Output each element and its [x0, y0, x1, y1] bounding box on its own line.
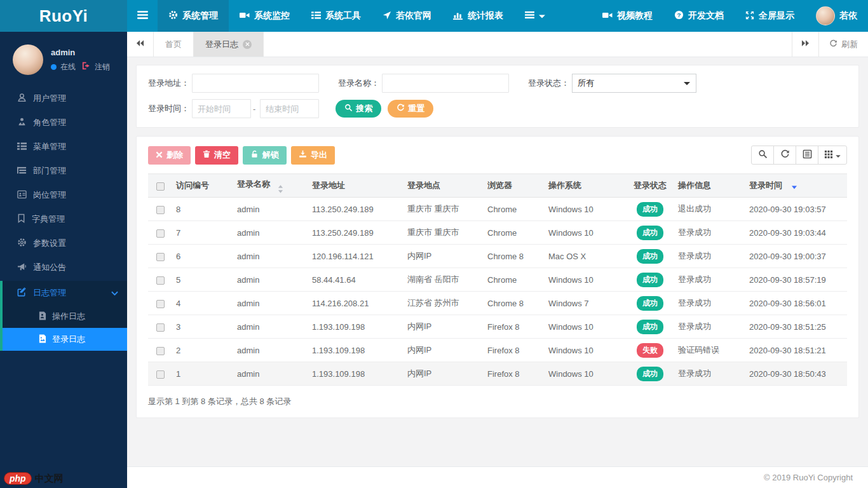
- sidebar-item-login-log[interactable]: 登录日志: [3, 328, 127, 351]
- user-avatar[interactable]: [13, 44, 43, 75]
- sidebar-item-log-manage[interactable]: 日志管理: [3, 281, 127, 305]
- search-panel: 登录地址： 登录名称： 登录状态： 所有 登录时间：: [136, 65, 859, 128]
- start-time-input[interactable]: [192, 99, 251, 118]
- bars-icon: [525, 11, 534, 21]
- table-cell: Windows 10: [545, 315, 626, 339]
- sidebar: admin 在线 注销 用户管理 角色管理 菜单管理: [0, 32, 127, 488]
- caret-down-icon: [539, 11, 545, 21]
- sidebar-item-users[interactable]: 用户管理: [0, 86, 127, 111]
- table-cell: admin: [233, 268, 308, 292]
- table-cell: admin: [233, 221, 308, 245]
- login-status-select[interactable]: 所有: [572, 74, 696, 93]
- search-button[interactable]: 搜索: [336, 100, 381, 118]
- columns-button[interactable]: [818, 146, 847, 165]
- logout-link[interactable]: 注销: [95, 62, 110, 72]
- sidebar-item-menus[interactable]: 菜单管理: [0, 135, 127, 159]
- video-icon: [602, 11, 613, 22]
- detail-view-button[interactable]: [796, 146, 818, 165]
- sidebar-item-dictionaries[interactable]: 字典管理: [0, 207, 127, 231]
- tab-close-icon[interactable]: [243, 40, 252, 49]
- nav-item-dev-docs[interactable]: ? 开发文档: [663, 0, 735, 32]
- table-cell: admin: [233, 315, 308, 339]
- row-checkbox[interactable]: [156, 323, 165, 332]
- table-cell: 2020-09-30 19:00:37: [745, 245, 847, 268]
- nav-item-system-tools[interactable]: 系统工具: [301, 0, 372, 32]
- col-header-os: 操作系统: [545, 174, 626, 198]
- nav-more-dropdown[interactable]: [514, 0, 556, 32]
- sidebar-item-operation-log[interactable]: 操作日志: [3, 305, 127, 328]
- row-checkbox[interactable]: [156, 300, 165, 308]
- table-row[interactable]: 4admin114.216.208.21江苏省 苏州市Chrome 8Windo…: [148, 292, 847, 315]
- nav-item-video-tutorial[interactable]: 视频教程: [592, 0, 663, 32]
- table-cell: Windows 10: [545, 221, 626, 245]
- table-cell: 成功: [626, 362, 674, 386]
- nav-item-system-monitor[interactable]: 系统监控: [229, 0, 301, 32]
- nav-user-menu[interactable]: 若依: [805, 0, 868, 32]
- nav-item-official-site[interactable]: 若依官网: [372, 0, 442, 32]
- sidebar-item-parameters[interactable]: 参数设置: [0, 231, 127, 255]
- nav-item-fullscreen[interactable]: 全屏显示: [735, 0, 805, 32]
- toggle-search-button[interactable]: [751, 146, 774, 165]
- row-checkbox[interactable]: [156, 206, 165, 214]
- table-row[interactable]: 8admin113.250.249.189重庆市 重庆市ChromeWindow…: [148, 198, 847, 221]
- table-cell: 113.250.249.189: [308, 198, 403, 221]
- table-cell: Windows 7: [545, 292, 626, 315]
- tab-login-log[interactable]: 登录日志: [194, 32, 264, 57]
- row-checkbox[interactable]: [156, 253, 165, 261]
- row-checkbox[interactable]: [156, 370, 165, 379]
- bars-icon: [137, 10, 148, 22]
- table-cell: 成功: [626, 292, 674, 315]
- login-address-input[interactable]: [192, 74, 319, 93]
- sidebar-toggle-button[interactable]: [127, 0, 158, 32]
- table-row[interactable]: 3admin1.193.109.198内网IPFirefox 8Windows …: [148, 315, 847, 339]
- row-checkbox[interactable]: [156, 276, 165, 285]
- col-header-name[interactable]: 登录名称: [233, 174, 308, 198]
- status-badge: 成功: [637, 249, 663, 264]
- table-cell: 6: [172, 245, 233, 268]
- download-icon: [299, 150, 307, 160]
- select-all-checkbox[interactable]: [156, 182, 165, 191]
- nav-item-system-manage[interactable]: 系统管理: [158, 0, 229, 32]
- table-cell: 114.216.208.21: [308, 292, 403, 315]
- sidebar-item-notices[interactable]: 通知公告: [0, 255, 127, 280]
- tabs-scroll-right-button[interactable]: [792, 32, 818, 57]
- table-cell: 8: [172, 198, 233, 221]
- log-icon: [17, 287, 27, 299]
- double-chevron-left-icon: [136, 39, 144, 49]
- nav-item-statistics[interactable]: 统计报表: [442, 0, 514, 32]
- table-cell: Windows 10: [545, 268, 626, 292]
- table-row[interactable]: 2admin1.193.109.198内网IPFirefox 8Windows …: [148, 339, 847, 362]
- table-cell: 1.193.109.198: [308, 362, 403, 386]
- table-row[interactable]: 6admin120.196.114.121内网IPChrome 8Mac OS …: [148, 245, 847, 268]
- col-header-id: 访问编号: [172, 174, 233, 198]
- row-checkbox[interactable]: [156, 229, 165, 238]
- col-header-time[interactable]: 登录时间: [745, 174, 847, 198]
- refresh-tab-button[interactable]: 刷新: [818, 32, 868, 57]
- tabs-scroll-left-button[interactable]: [127, 32, 154, 57]
- sidebar-item-roles[interactable]: 角色管理: [0, 111, 127, 135]
- sidebar-item-posts[interactable]: 岗位管理: [0, 183, 127, 207]
- user-name: admin: [51, 48, 110, 57]
- table-cell: 7: [172, 221, 233, 245]
- table-row[interactable]: 1admin1.193.109.198内网IPFirefox 8Windows …: [148, 362, 847, 386]
- tab-home[interactable]: 首页: [154, 32, 194, 57]
- table-cell: 内网IP: [403, 315, 484, 339]
- row-checkbox[interactable]: [156, 347, 165, 355]
- table-cell: 验证码错误: [674, 339, 745, 362]
- refresh-table-button[interactable]: [773, 146, 796, 165]
- user-panel: admin 在线 注销: [0, 32, 127, 86]
- end-time-input[interactable]: [260, 99, 319, 118]
- table-row[interactable]: 7admin113.250.249.189重庆市 重庆市ChromeWindow…: [148, 221, 847, 245]
- delete-button[interactable]: 删除: [148, 146, 191, 165]
- copyright-text: © 2019 RuoYi Copyright: [764, 473, 853, 482]
- sidebar-group-logs: 日志管理 操作日志 登录日志: [0, 281, 127, 351]
- table-cell: Windows 10: [545, 339, 626, 362]
- notice-icon: [17, 262, 27, 273]
- table-row[interactable]: 5admin58.44.41.64湖南省 岳阳市ChromeWindows 10…: [148, 268, 847, 292]
- sidebar-item-departments[interactable]: 部门管理: [0, 159, 127, 183]
- unlock-button[interactable]: 解锁: [243, 146, 287, 165]
- export-button[interactable]: 导出: [291, 146, 335, 165]
- login-name-input[interactable]: [382, 74, 509, 93]
- clear-button[interactable]: 清空: [195, 146, 238, 165]
- reset-button[interactable]: 重置: [388, 100, 433, 118]
